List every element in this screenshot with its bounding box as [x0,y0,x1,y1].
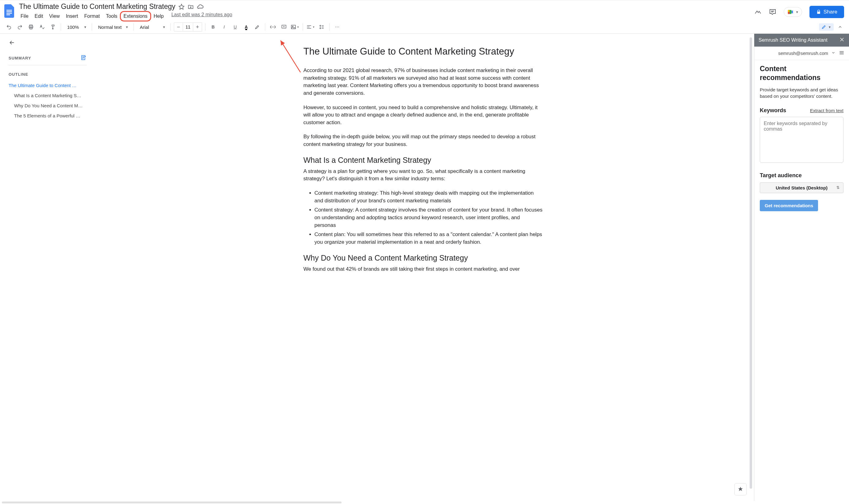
menu-format[interactable]: Format [82,12,103,20]
paragraph: By following the in-depth guide below, y… [304,133,543,148]
caret-down-icon: ▼ [828,25,831,29]
paragraph: However, to succeed in content, you need… [304,104,543,127]
separator [205,23,205,31]
cloud-status-icon[interactable] [197,3,203,10]
insert-link-button[interactable] [268,22,277,32]
keywords-input[interactable] [760,117,844,163]
text-color-button[interactable]: A [241,22,251,32]
print-button[interactable] [26,22,36,32]
font-size-increase[interactable]: + [193,23,202,31]
document-title[interactable]: The Ultimate Guide to Content Marketing … [19,3,175,11]
outline-item[interactable]: What Is a Content Marketing S… [8,90,87,101]
semrush-panel: Semrush SEO Writing Assistant semrush@se… [754,34,849,501]
highlight-button[interactable] [253,22,262,32]
meet-caret-icon: ▼ [796,11,799,14]
more-tools-button[interactable]: ⋯ [333,22,342,32]
editing-mode-button[interactable]: ▼ [819,23,834,31]
font-size-input[interactable] [183,23,193,31]
panel-menu-button[interactable] [838,50,845,57]
last-edit-status[interactable]: Last edit was 2 minutes ago [171,12,232,20]
svg-line-25 [281,40,301,72]
bullet-list: Content marketing strategy: This high-le… [304,190,543,246]
document-page: The Ultimate Guide to Content Marketing … [297,40,549,310]
menu-view[interactable]: View [46,12,62,20]
outline-back-button[interactable] [8,39,87,47]
panel-body: Content recommendations Provide target k… [754,60,849,216]
panel-close-button[interactable] [839,37,845,43]
divider [8,65,87,65]
insert-image-button[interactable]: ▼ [290,22,300,32]
get-recommendations-button[interactable]: Get recommendations [760,200,818,211]
add-summary-button[interactable] [81,55,87,61]
outline-item[interactable]: The Ultimate Guide to Content … [8,80,87,90]
list-item: Content strategy: A content strategy inv… [314,206,543,229]
document-canvas[interactable]: The Ultimate Guide to Content Marketing … [92,34,754,501]
menu-extensions[interactable]: Extensions [121,12,150,20]
audience-label: Target audience [760,172,844,179]
caret-down-icon: ▼ [84,25,87,29]
bold-button[interactable]: B [209,22,218,32]
lock-icon [816,10,821,14]
separator [133,23,134,31]
insert-comment-button[interactable] [279,22,289,32]
explore-icon [737,486,743,492]
menu-tools[interactable]: Tools [103,12,120,20]
chevron-down-icon [831,51,835,55]
paint-format-button[interactable] [49,22,58,32]
meet-button[interactable]: ▼ [784,7,802,17]
italic-button[interactable]: I [219,22,229,32]
panel-description: Provide target keywords and get ideas ba… [760,87,844,99]
list-item: Content plan: You will sometimes hear th… [314,231,543,246]
line-spacing-button[interactable] [317,22,326,32]
heading-2: Why Do You Need a Content Marketing Stra… [304,254,543,263]
menu-help[interactable]: Help [151,12,166,20]
toolbar: 100% ▼ Normal text ▼ Arial ▼ − + B I U A… [0,20,849,34]
heading-2: What Is a Content Marketing Strategy [304,156,543,165]
move-icon[interactable] [188,4,194,10]
separator [303,23,303,31]
redo-button[interactable] [15,22,24,32]
comments-icon[interactable] [769,8,776,16]
align-button[interactable]: ▼ [306,22,315,32]
collapse-toolbar-button[interactable] [835,22,845,32]
star-icon[interactable] [178,4,185,10]
svg-rect-1 [6,11,12,12]
separator [92,23,92,31]
separator [170,23,171,31]
paragraph-style-select[interactable]: Normal text ▼ [95,22,130,32]
docs-logo[interactable] [4,3,16,19]
menu-edit[interactable]: Edit [32,12,46,20]
caret-down-icon: ▼ [163,25,166,29]
underline-button[interactable]: U [231,22,240,32]
docs-file-icon [4,4,15,18]
outline-item[interactable]: Why Do You Need a Content M… [8,101,87,111]
separator [265,23,265,31]
undo-button[interactable] [4,22,14,32]
activity-icon[interactable] [754,8,762,16]
account-email[interactable]: semrush@semrush.com [778,51,828,56]
panel-title: Semrush SEO Writing Assistant [759,37,828,43]
font-size-stepper: − + [174,22,202,32]
spellcheck-button[interactable] [37,22,47,32]
font-select[interactable]: Arial ▼ [137,22,167,32]
font-size-decrease[interactable]: − [174,23,183,31]
explore-button[interactable] [734,483,746,496]
zoom-select[interactable]: 100% ▼ [64,22,89,32]
title-column: The Ultimate Guide to Content Marketing … [19,3,232,20]
outline-item[interactable]: The 5 Elements of a Powerful … [8,111,87,121]
account-caret[interactable] [831,51,835,56]
svg-rect-0 [6,10,12,11]
svg-rect-2 [6,13,12,14]
menu-file[interactable]: File [18,12,31,20]
list-item: Content marketing strategy: This high-le… [314,190,543,204]
paragraph: A strategy is a plan for getting where y… [304,168,543,183]
audience-select[interactable]: United States (Desktop) [760,182,844,193]
share-button[interactable]: Share [810,6,844,18]
caret-down-icon: ▼ [125,25,128,29]
menubar: File Edit View Insert Format Tools Exten… [18,12,232,20]
titlebar: The Ultimate Guide to Content Marketing … [0,0,849,20]
menu-insert[interactable]: Insert [63,12,81,20]
extract-from-text-link[interactable]: Extract from text [810,108,844,113]
close-icon [839,37,845,42]
summary-label: SUMMARY [8,56,31,60]
